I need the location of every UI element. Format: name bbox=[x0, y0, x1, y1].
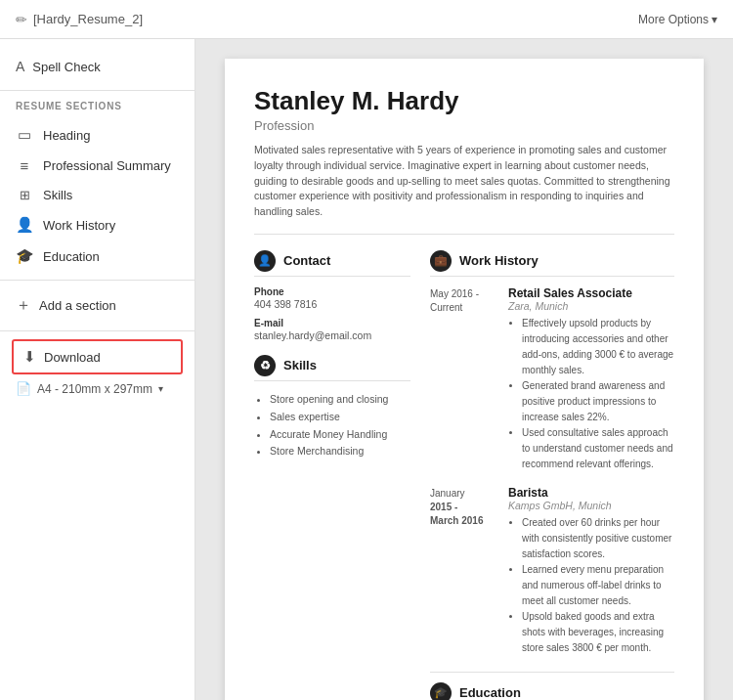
skill-item-1: Store opening and closing bbox=[270, 391, 410, 409]
spell-check-icon: A bbox=[16, 59, 24, 74]
sidebar-professional-summary-label: Professional Summary bbox=[43, 158, 171, 173]
sidebar: A Spell Check RESUME SECTIONS ▭ Heading … bbox=[0, 39, 195, 700]
work-entry-1-date-from: May 2016 - bbox=[430, 288, 479, 299]
sidebar-divider-3 bbox=[0, 330, 194, 331]
resume-sections-heading: RESUME SECTIONS bbox=[0, 101, 194, 119]
education-section-title: Education bbox=[459, 685, 521, 700]
top-bar: ✏ [Hardy_Resume_2] More Options ▾ bbox=[0, 0, 733, 39]
education-section-header: 🎓 Education bbox=[430, 682, 674, 700]
sidebar-item-education[interactable]: 🎓 Education bbox=[0, 241, 194, 272]
skills-icon: ⊞ bbox=[16, 188, 33, 202]
work-entry-1-bullets: Effectively upsold products by introduci… bbox=[508, 316, 674, 472]
resume-name: Stanley M. Hardy bbox=[254, 86, 674, 116]
work-entry-1: May 2016 - Current Retail Sales Associat… bbox=[430, 286, 674, 472]
main-layout: A Spell Check RESUME SECTIONS ▭ Heading … bbox=[0, 39, 733, 700]
sidebar-item-professional-summary[interactable]: ≡ Professional Summary bbox=[0, 151, 194, 181]
phone-value: 404 398 7816 bbox=[254, 298, 410, 310]
skills-list: Store opening and closing Sales expertis… bbox=[254, 391, 410, 460]
resume-paper: Stanley M. Hardy Profession Motivated sa… bbox=[225, 59, 704, 700]
work-entry-1-dates: May 2016 - Current bbox=[430, 286, 498, 472]
work-entry-2-bullet-1: Created over 60 drinks per hour with con… bbox=[522, 515, 674, 562]
more-options-label: More Options bbox=[638, 13, 709, 26]
spell-check-item[interactable]: A Spell Check bbox=[0, 51, 194, 86]
work-entry-2-date-from: January bbox=[430, 488, 465, 499]
work-history-section-title: Work History bbox=[459, 253, 539, 268]
resume-right-column: 💼 Work History May 2016 - Current Retail… bbox=[430, 250, 674, 700]
education-icon: 🎓 bbox=[16, 247, 33, 265]
page-size-label: A4 - 210mm x 297mm bbox=[37, 382, 152, 396]
content-area: Stanley M. Hardy Profession Motivated sa… bbox=[195, 39, 733, 700]
skills-section-icon: ♻ bbox=[254, 355, 276, 376]
page-size-selector[interactable]: 📄 A4 - 210mm x 297mm ▾ bbox=[0, 374, 194, 403]
sidebar-divider-2 bbox=[0, 280, 194, 281]
resume-columns: 👤 Contact Phone 404 398 7816 E-mail stan… bbox=[254, 250, 674, 700]
resume-left-column: 👤 Contact Phone 404 398 7816 E-mail stan… bbox=[254, 250, 410, 700]
add-section-label: Add a section bbox=[39, 298, 116, 313]
email-value: stanley.hardy@email.com bbox=[254, 329, 410, 341]
sidebar-work-history-label: Work History bbox=[43, 218, 115, 233]
work-entry-1-company: Zara, Munich bbox=[508, 300, 674, 312]
skills-section-title: Skills bbox=[283, 358, 317, 372]
sidebar-divider-1 bbox=[0, 90, 194, 91]
skills-section: ♻ Skills Store opening and closing Sales… bbox=[254, 355, 410, 460]
add-section-icon: ＋ bbox=[16, 295, 31, 316]
sidebar-heading-label: Heading bbox=[43, 128, 90, 143]
document-filename: [Hardy_Resume_2] bbox=[33, 12, 143, 26]
work-entry-2-date-end: March 2016 bbox=[430, 515, 483, 526]
work-entry-2-company: Kamps GmbH, Munich bbox=[508, 500, 674, 511]
more-options-button[interactable]: More Options ▾ bbox=[638, 13, 717, 26]
professional-summary-icon: ≡ bbox=[16, 157, 33, 174]
education-section: 🎓 Education B. Sc.: Business Administrat… bbox=[430, 672, 674, 700]
sidebar-item-work-history[interactable]: 👤 Work History bbox=[0, 209, 194, 241]
work-entry-1-date-to: Current bbox=[430, 302, 462, 313]
work-history-icon: 👤 bbox=[16, 216, 33, 234]
sidebar-skills-label: Skills bbox=[43, 188, 72, 202]
work-history-section-icon: 💼 bbox=[430, 250, 452, 272]
contact-icon: 👤 bbox=[254, 250, 276, 272]
resume-summary: Motivated sales representative with 5 ye… bbox=[254, 143, 674, 235]
contact-section-title: Contact bbox=[283, 253, 330, 268]
education-section-icon: 🎓 bbox=[430, 682, 452, 700]
page-size-chevron: ▾ bbox=[158, 383, 163, 394]
document-title-area: ✏ [Hardy_Resume_2] bbox=[16, 12, 143, 27]
sidebar-item-heading[interactable]: ▭ Heading bbox=[0, 119, 194, 151]
skill-item-4: Store Merchandising bbox=[270, 443, 410, 460]
work-entry-2-content: Barista Kamps GmbH, Munich Created over … bbox=[508, 486, 674, 656]
work-entry-2-bullet-3: Upsold baked goods and extra shots with … bbox=[522, 609, 674, 656]
email-label: E-mail bbox=[254, 318, 410, 328]
work-entry-2-title: Barista bbox=[508, 486, 674, 500]
add-section-button[interactable]: ＋ Add a section bbox=[0, 288, 194, 323]
work-entry-1-bullet-1: Effectively upsold products by introduci… bbox=[522, 316, 674, 378]
work-entry-1-title: Retail Sales Associate bbox=[508, 286, 674, 300]
skills-section-header: ♻ Skills bbox=[254, 355, 410, 381]
download-label: Download bbox=[44, 350, 101, 365]
spell-check-label: Spell Check bbox=[32, 60, 100, 74]
file-icon: 📄 bbox=[16, 381, 31, 396]
work-entry-2-dates: January 2015 - March 2016 bbox=[430, 486, 498, 656]
contact-section-header: 👤 Contact bbox=[254, 250, 410, 277]
work-history-section-header: 💼 Work History bbox=[430, 250, 674, 277]
sidebar-item-skills[interactable]: ⊞ Skills bbox=[0, 181, 194, 209]
more-options-chevron: ▾ bbox=[711, 13, 717, 26]
work-entry-1-content: Retail Sales Associate Zara, Munich Effe… bbox=[508, 286, 674, 472]
work-entry-1-bullet-3: Used consultative sales approach to unde… bbox=[522, 425, 674, 472]
work-entry-2-date-to: 2015 - bbox=[430, 502, 457, 512]
edit-icon: ✏ bbox=[16, 12, 27, 27]
download-icon: ⬇ bbox=[23, 348, 36, 366]
download-button[interactable]: ⬇ Download bbox=[12, 339, 183, 374]
work-entry-1-bullet-2: Generated brand awareness and positive p… bbox=[522, 378, 674, 425]
skill-item-3: Accurate Money Handling bbox=[270, 426, 410, 444]
resume-profession: Profession bbox=[254, 118, 674, 133]
phone-label: Phone bbox=[254, 286, 410, 297]
work-entry-2-bullet-2: Learned every menu preparation and numer… bbox=[522, 562, 674, 609]
work-entry-2: January 2015 - March 2016 Barista Kamps … bbox=[430, 486, 674, 656]
sidebar-education-label: Education bbox=[43, 249, 100, 264]
heading-icon: ▭ bbox=[16, 126, 33, 144]
work-entry-2-bullets: Created over 60 drinks per hour with con… bbox=[508, 515, 674, 656]
skill-item-2: Sales expertise bbox=[270, 409, 410, 426]
